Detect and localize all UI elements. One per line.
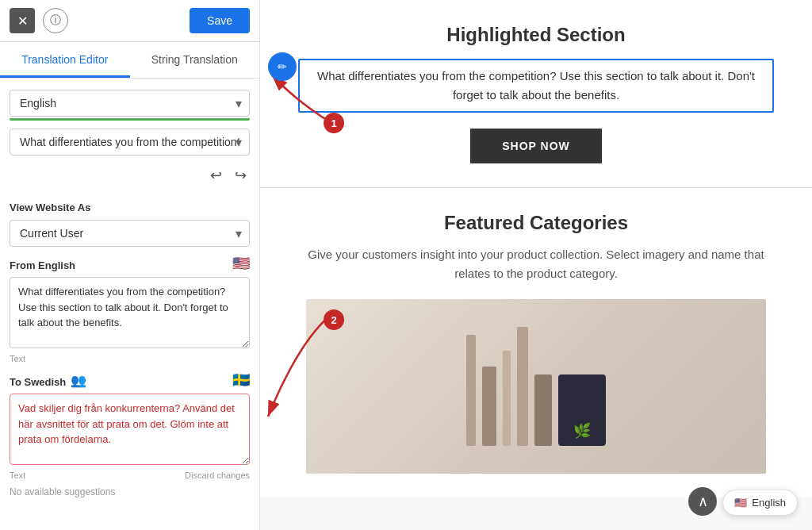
featured-image: 🌿: [306, 299, 766, 474]
right-panel: ✏ Highlighted Section What differentiate…: [260, 0, 812, 530]
item-stick-2: [482, 367, 496, 446]
to-swedish-textarea[interactable]: Vad skiljer dig från konkurrenterna? Anv…: [10, 394, 250, 465]
shop-now-button[interactable]: SHOP NOW: [470, 129, 602, 163]
featured-section: Featured Categories Give your customers …: [260, 188, 812, 497]
from-english-section: From English 🇺🇸 What differentiates you …: [0, 255, 259, 480]
top-bar: ✕ ⓘ Save: [0, 0, 259, 42]
to-swedish-label: To Swedish: [10, 376, 66, 388]
tabs-container: Translation Editor String Translation: [0, 42, 259, 79]
from-english-header: From English 🇺🇸: [10, 255, 250, 272]
to-swedish-left: To Swedish 👥: [10, 373, 86, 388]
from-english-label: From English: [10, 259, 75, 271]
save-button[interactable]: Save: [190, 8, 250, 33]
view-as-select[interactable]: Current User Guest Admin: [10, 220, 250, 247]
left-panel: ✕ ⓘ Save Translation Editor String Trans…: [0, 0, 260, 530]
highlighted-section: Highlighted Section What differentiates …: [260, 0, 812, 188]
scroll-top-button[interactable]: ∧: [688, 487, 717, 516]
to-swedish-header: To Swedish 👥 🇸🇪: [10, 371, 250, 389]
pencil-icon: ✏: [278, 60, 287, 73]
featured-image-items: 🌿: [450, 311, 622, 462]
view-as-select-wrapper: Current User Guest Admin: [10, 220, 250, 247]
featured-dark-box: 🌿: [558, 374, 606, 446]
info-button[interactable]: ⓘ: [43, 8, 68, 33]
group-icon: 👥: [71, 373, 86, 388]
to-swedish-field-label: Text: [10, 470, 25, 480]
language-select[interactable]: English Swedish French: [10, 90, 250, 117]
language-flag: 🇺🇸: [734, 497, 747, 509]
tab-translation-editor[interactable]: Translation Editor: [0, 42, 130, 78]
leaf-icon: 🌿: [573, 422, 591, 440]
string-select-wrapper: What differentiates you from the competi…: [10, 129, 250, 156]
featured-section-description: Give your customers insight into your pr…: [298, 245, 774, 283]
edit-pencil-button[interactable]: ✏: [268, 52, 297, 81]
undo-redo-bar: ↩ ↪: [10, 163, 250, 187]
from-english-textarea[interactable]: What differentiates you from the competi…: [10, 277, 250, 348]
language-button[interactable]: 🇺🇸 English: [722, 490, 798, 516]
undo-button[interactable]: ↩: [207, 165, 225, 186]
item-stick-1: [466, 335, 476, 446]
tab-string-translation[interactable]: String Translation: [130, 42, 260, 78]
green-underline: [10, 118, 250, 121]
item-stick-5: [534, 374, 552, 446]
redo-button[interactable]: ↪: [232, 165, 250, 186]
view-website-label: View Website As: [10, 202, 250, 213]
panel-content: English Swedish French What differentiat…: [0, 79, 259, 198]
no-suggestions: No available suggestions: [0, 486, 259, 497]
item-stick-4: [517, 327, 528, 446]
close-button[interactable]: ✕: [10, 8, 35, 33]
string-select[interactable]: What differentiates you from the competi…: [10, 129, 250, 156]
discard-changes-label[interactable]: Discard changes: [185, 470, 250, 480]
swedish-flag: 🇸🇪: [232, 371, 250, 389]
language-select-wrapper: English Swedish French: [10, 90, 250, 117]
highlighted-section-description: What differentiates you from the competi…: [298, 59, 774, 113]
english-flag: 🇺🇸: [232, 255, 250, 272]
highlighted-section-title: Highlighted Section: [292, 24, 780, 46]
view-website-section: View Website As Current User Guest Admin: [0, 198, 259, 255]
featured-section-title: Featured Categories: [292, 212, 780, 234]
from-english-field-label: Text: [10, 354, 250, 363]
language-label: English: [752, 497, 786, 509]
item-stick-3: [503, 351, 511, 446]
